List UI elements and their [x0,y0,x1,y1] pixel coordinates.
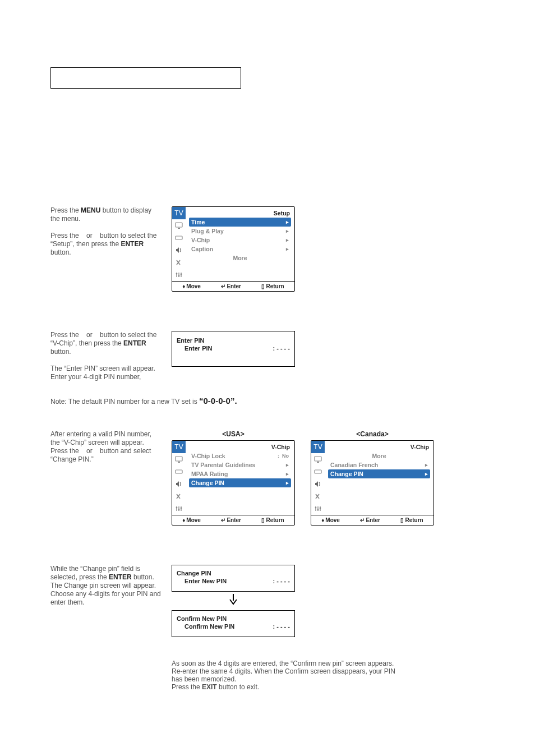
canada-heading: <Canada> [356,430,388,438]
canada-column: <Canada> TV V-Chip More Canadian Frenc [311,430,434,525]
svg-point-16 [317,509,319,511]
code: “0-0-0-0”. [199,396,237,405]
foot-move: ♦Move [321,517,340,523]
menu-item-canadianfrench[interactable]: Canadian French▸ [328,460,430,469]
usa-sidebar: TV [172,441,186,515]
setup-sidebar: TV [172,207,186,281]
arrow-icon: ▸ [286,462,289,468]
setup-screen: TV Setup Time▸ Pl [172,206,295,292]
val: : No [278,453,289,459]
svg-point-9 [176,507,178,509]
channel-icon [311,490,325,503]
setup-icon [172,269,186,281]
t: MENU [81,206,100,214]
svg-point-5 [181,274,182,275]
svg-rect-7 [178,462,180,463]
menu-item-caption[interactable]: Caption▸ [189,245,291,253]
lbl: Return [405,517,423,523]
svg-rect-14 [315,470,321,473]
updown-icon: ♦ [182,517,185,523]
menu-item-more[interactable]: More [189,253,291,262]
step3-text: After entering a valid PIN number, the “… [50,430,163,464]
svg-rect-1 [178,228,180,229]
t: ENTER [123,339,146,347]
return-icon: ▯ [261,283,265,289]
setup-icon [172,503,186,515]
arrow-icon: ▸ [286,480,289,486]
sound-icon [311,478,325,490]
svg-point-10 [178,509,180,511]
input-icon [172,465,186,478]
step1-text: Press the MENU button to display the men… [50,206,163,257]
t: button. [50,248,71,256]
picture-icon [311,453,325,465]
menu-item-changepin[interactable]: Change PIN▸ [328,469,430,478]
enter-icon: ↵ [221,283,225,289]
picture-icon [172,453,186,465]
t: ENTER [121,240,144,248]
menu-item-changepin[interactable]: Change PIN▸ [189,478,291,487]
arrow-down-icon [228,594,238,608]
confirmpin-title: Confirm New PIN [177,615,290,622]
picture-icon [172,219,186,232]
lbl: V-Chip Lock [191,453,225,459]
canada-footer: ♦Move ↵Enter ▯Return [311,515,433,525]
menu-item-tvparental[interactable]: TV Parental Guidelines▸ [189,460,291,469]
svg-point-3 [176,273,178,275]
arrow-icon: ▸ [286,237,289,243]
tv-tag: TV [172,207,186,219]
menu-item-mpaa[interactable]: MPAA Rating▸ [189,469,291,478]
svg-rect-6 [176,457,182,461]
enter-icon: ↵ [221,517,225,523]
channel-icon [172,490,186,503]
step-1: Press the MENU button to display the men… [50,206,485,292]
step4-note: As soon as the 4 digits are entered, the… [172,652,396,691]
confirmpin-label: Confirm New PIN [185,623,234,630]
t: The Change pin screen will appear. Choos… [50,582,161,606]
foot-enter: ↵Enter [360,517,380,523]
t: button. [50,348,71,356]
tv-tag: TV [172,441,186,453]
foot-return: ▯Return [400,517,423,523]
return-icon: ▯ [261,517,265,523]
svg-rect-0 [176,223,182,227]
pin-dots[interactable]: : - - - - [273,345,290,352]
arrow-icon: ▸ [425,471,428,477]
step-3: After entering a valid PIN number, the “… [50,430,485,525]
menu-item-time[interactable]: Time▸ [189,218,291,227]
pin-note: Note: The default PIN number for a new T… [50,396,485,405]
confirmpin-dots[interactable]: : - - - - [273,623,290,630]
pin-title: Enter PIN [177,337,290,344]
arrow-icon: ▸ [286,228,289,234]
step-2: Press the or button to select the “V-Chi… [50,331,485,381]
title-placeholder-box [50,67,241,89]
pin-label: Enter PIN [185,345,213,352]
lbl: Move [325,517,340,523]
arrow-icon: ▸ [425,462,428,468]
changepin-dots[interactable]: : - - - - [273,578,290,584]
menu-item-more[interactable]: More [328,451,430,460]
confirm-pin-screen: Confirm New PIN Confirm New PIN: - - - - [172,610,295,637]
t: Press the [50,206,81,214]
t: EXIT [202,683,217,691]
menu-item-vchip[interactable]: V-Chip▸ [189,236,291,245]
svg-rect-8 [176,470,182,473]
setup-title: Setup [189,208,291,218]
lbl: Return [266,283,284,289]
input-icon [172,232,186,244]
lbl: Plug & Play [191,228,224,234]
foot-return: ▯Return [261,283,284,289]
usa-heading: <USA> [222,430,244,438]
usa-screen: TV V-Chip V-Chip Lock: No TV Parental Gu… [172,440,295,525]
enter-icon: ↵ [360,517,365,523]
sound-icon [172,478,186,490]
menu-item-plugplay[interactable]: Plug & Play▸ [189,227,291,236]
lbl: Change PIN [191,480,224,486]
canada-title: V-Chip [328,442,430,451]
menu-item-vchiplock[interactable]: V-Chip Lock: No [189,451,291,460]
changepin-title: Change PIN [177,570,290,577]
canada-screen: TV V-Chip More Canadian French▸ Change P… [311,440,434,525]
lbl: Caption [191,246,213,252]
usa-title: V-Chip [189,442,291,451]
foot-return: ▯Return [261,517,284,523]
